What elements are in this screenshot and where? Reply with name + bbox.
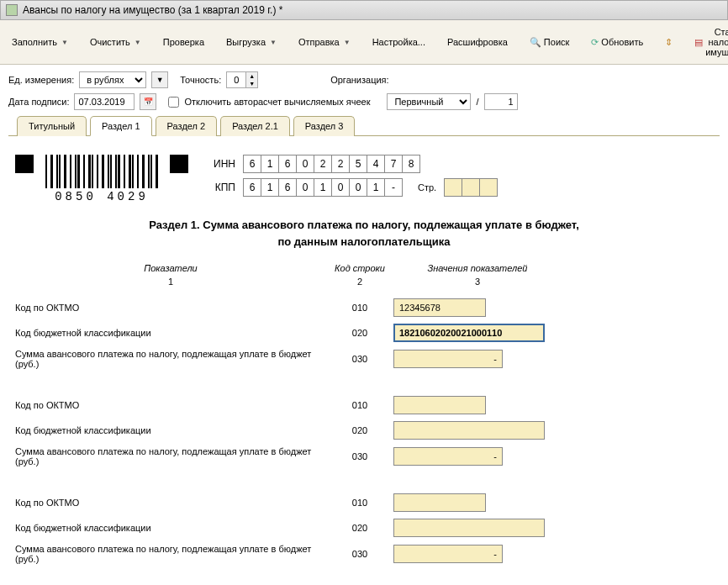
unit-label: Ед. измерения: <box>8 75 74 85</box>
parameters-panel: Ед. измерения: в рублях ▼ Точность: ▲▼ О… <box>0 65 728 143</box>
tabs-bar: Титульный Раздел 1 Раздел 2 Раздел 2.1 Р… <box>8 115 720 136</box>
tab-section1[interactable]: Раздел 1 <box>90 116 152 136</box>
tab-title[interactable]: Титульный <box>17 116 87 136</box>
calendar-button[interactable]: 📅 <box>140 93 156 110</box>
tab-section3[interactable]: Раздел 3 <box>293 116 356 136</box>
inn-cells[interactable]: 6160225478 <box>244 155 420 173</box>
oktmo-field-3[interactable] <box>393 493 486 512</box>
kpp-cells[interactable]: 61601001- <box>244 178 403 197</box>
refresh-icon: ⟳ <box>591 37 599 48</box>
oktmo-field-2[interactable] <box>393 396 486 414</box>
clear-button[interactable]: Очистить▼ <box>83 34 148 50</box>
spin-up-icon[interactable]: ▲ <box>245 72 257 80</box>
setup-button[interactable]: Настройка... <box>366 34 432 50</box>
disable-autorecalc-label: Отключить авторасчет вычисляемых ячеек <box>184 97 370 107</box>
search-button[interactable]: 🔍Поиск <box>523 34 576 51</box>
row-oktmo: Код по ОКТМО 010 <box>15 493 713 512</box>
page-label: Стр. <box>418 182 436 192</box>
marker-square-left <box>15 155 34 173</box>
barcode-number: 0850 4029 <box>55 190 149 203</box>
send-button[interactable]: Отправка▼ <box>292 34 357 50</box>
chevron-down-icon: ▼ <box>135 39 141 46</box>
sum-field-3[interactable]: - <box>393 545 503 563</box>
window-titlebar: Авансы по налогу на имущество (за 1 квар… <box>0 0 728 20</box>
page-cells[interactable] <box>445 178 498 197</box>
row-oktmo: Код по ОКТМО 010 12345678 <box>15 298 713 317</box>
percent-icon: ▤ <box>694 37 703 48</box>
signdate-input[interactable] <box>74 93 135 110</box>
section-content: 0850 4029 ИНН 6160225478 КПП 61601001- С… <box>0 143 728 585</box>
row-sum: Сумма авансового платежа по налогу, подл… <box>15 544 713 564</box>
check-button[interactable]: Проверка <box>156 34 211 50</box>
oktmo-field-1[interactable]: 12345678 <box>393 298 486 317</box>
kbk-field-3[interactable] <box>393 519 545 537</box>
search-icon: 🔍 <box>530 37 541 48</box>
precision-label: Точность: <box>180 75 221 85</box>
kbk-field-1[interactable]: 18210602020021000110 <box>393 324 545 342</box>
expand-icon: ⇕ <box>665 37 673 48</box>
fill-button[interactable]: Заполнить▼ <box>5 34 75 50</box>
row-kbk: Код бюджетной классификации 020 <box>15 519 713 537</box>
main-toolbar: Заполнить▼ Очистить▼ Проверка Выгрузка▼ … <box>0 20 728 65</box>
section-title: Раздел 1. Сумма авансового платежа по на… <box>15 217 713 250</box>
org-label: Организация: <box>330 75 388 85</box>
barcode: 0850 4029 <box>45 155 158 203</box>
unit-select[interactable]: в рублях <box>79 71 146 88</box>
sum-field-1[interactable]: - <box>393 350 503 368</box>
row-kbk: Код бюджетной классификации 020 <box>15 421 713 440</box>
precision-input[interactable] <box>227 72 245 87</box>
row-kbk: Код бюджетной классификации 020 18210602… <box>15 324 713 342</box>
kpp-label: КПП <box>200 182 235 193</box>
sum-field-2[interactable]: - <box>393 447 503 466</box>
expand-button[interactable]: ⇕ <box>658 34 679 51</box>
refresh-button[interactable]: ⟳Обновить <box>584 34 650 51</box>
decode-button[interactable]: Расшифровка <box>440 34 514 50</box>
chevron-down-icon: ▼ <box>270 39 277 46</box>
kbk-field-2[interactable] <box>393 421 545 440</box>
upload-button[interactable]: Выгрузка▼ <box>219 34 283 50</box>
row-oktmo: Код по ОКТМО 010 <box>15 396 713 414</box>
row-sum: Сумма авансового платежа по налогу, подл… <box>15 349 713 369</box>
inn-label: ИНН <box>200 158 235 170</box>
chevron-down-icon: ▼ <box>344 39 351 46</box>
precision-spinner[interactable]: ▲▼ <box>226 71 258 88</box>
marker-square-right <box>170 155 188 173</box>
correction-type-select[interactable]: Первичный <box>387 93 471 110</box>
window-icon <box>6 4 18 16</box>
tax-rates-button[interactable]: ▤Ставки налога на имущество <box>688 24 728 61</box>
spin-down-icon[interactable]: ▼ <box>245 80 257 87</box>
table-subheader: 1 2 3 <box>15 277 713 287</box>
disable-autorecalc-checkbox[interactable] <box>168 97 179 108</box>
correction-number-input[interactable] <box>484 93 518 110</box>
chevron-down-icon: ▼ <box>61 39 68 46</box>
slash-label: / <box>476 97 478 107</box>
window-title: Авансы по налогу на имущество (за 1 квар… <box>23 4 282 16</box>
tab-section2[interactable]: Раздел 2 <box>156 116 218 136</box>
tab-section21[interactable]: Раздел 2.1 <box>220 116 290 136</box>
row-sum: Сумма авансового платежа по налогу, подл… <box>15 446 713 466</box>
unit-dropdown-btn[interactable]: ▼ <box>151 71 168 88</box>
table-header: Показатели Код строки Значения показател… <box>15 263 713 273</box>
signdate-label: Дата подписи: <box>8 97 69 107</box>
